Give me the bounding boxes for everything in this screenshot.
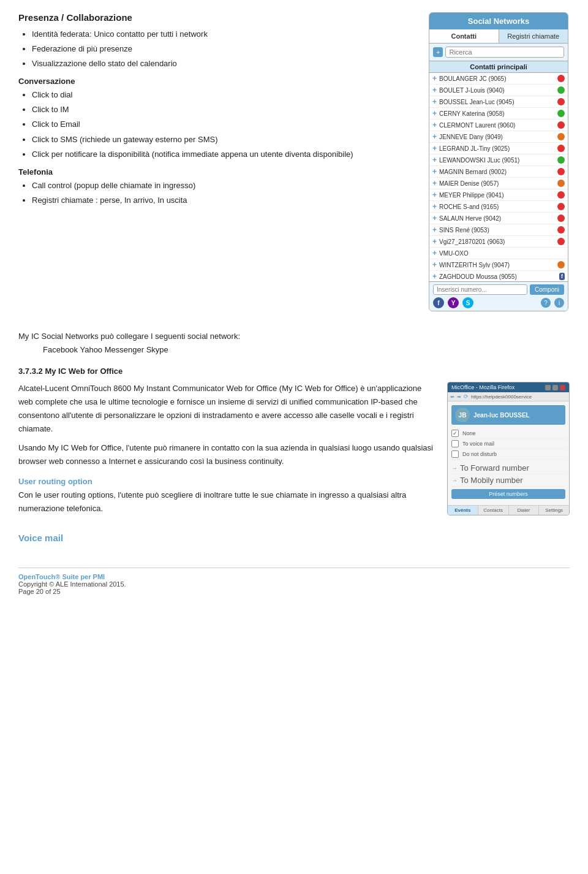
yahoo-icon[interactable]: Y — [448, 297, 459, 308]
sn-contacts-list: +BOULANGER JC (9065)+BOULET J-Louis (904… — [429, 73, 568, 281]
sn-contact-name: CERNY Katerina (9058) — [439, 110, 555, 117]
wfo-checkbox-dnd[interactable] — [451, 450, 459, 458]
sn-contact-row[interactable]: +MEYER Philippe (9041) — [429, 189, 568, 201]
page-footer: OpenTouch® Suite per PMI Copyright © ALE… — [18, 568, 570, 595]
conv-item: Click to dial — [32, 88, 417, 102]
sn-contact-plus-icon[interactable]: + — [432, 260, 437, 269]
sn-contact-plus-icon[interactable]: + — [432, 226, 437, 234]
sn-contact-row[interactable]: +JENNEVE Dany (9049) — [429, 131, 568, 143]
feature-item: Identità federata: Unico contatto per tu… — [32, 28, 417, 41]
sn-contact-row[interactable]: +BOULANGER JC (9065) — [429, 73, 568, 85]
sn-contact-row[interactable]: +LEGRAND JL-Tiny (9025) — [429, 143, 568, 154]
wfo-option-voicemail: To voice mail — [451, 439, 565, 449]
wfo-preset-button[interactable]: Préset numbers — [451, 489, 565, 499]
sn-status-dot — [557, 191, 565, 199]
sn-help-button[interactable]: ? — [541, 298, 551, 308]
sn-tab-contacts[interactable]: Contatti — [429, 29, 499, 43]
wfo-content: JB Jean-luc BOUSSEL None To voice mail D… — [448, 401, 569, 505]
wfo-label-voicemail: To voice mail — [462, 441, 565, 447]
sn-contact-row[interactable]: +ROCHE S-and (9165) — [429, 201, 568, 213]
sn-contact-name: MAGNIN Bernard (9002) — [439, 169, 555, 175]
wfo-user-header: JB Jean-luc BOUSSEL — [451, 405, 565, 425]
sn-contact-row[interactable]: +CLERMONT Laurent (9060) — [429, 120, 568, 131]
sn-tabs: Contatti Registri chiamate — [429, 29, 568, 44]
sn-status-dot — [557, 215, 565, 222]
wfo-arrow-1: → — [451, 465, 458, 471]
sn-social-icons-row: f Y S ? i — [433, 297, 564, 308]
sn-status-dot — [557, 226, 565, 234]
sn-contact-row[interactable]: +ZAGHDOUD Moussa (9055)f — [429, 271, 568, 281]
sn-contact-name: CLERMONT Laurent (9060) — [439, 122, 555, 129]
sn-contact-name: SALAUN Herve (9042) — [439, 215, 555, 222]
sn-add-button[interactable]: + — [433, 47, 443, 57]
sn-contact-row[interactable]: +SALAUN Herve (9042) — [429, 213, 568, 224]
sn-status-dot — [557, 203, 565, 210]
sn-contact-plus-icon[interactable]: + — [432, 109, 437, 118]
wfo-tab-settings[interactable]: Settings — [539, 506, 569, 515]
sn-contact-plus-icon[interactable]: + — [432, 156, 437, 164]
sn-contact-row[interactable]: +VMU-OXO — [429, 248, 568, 259]
wfo-tab-contacts[interactable]: Contacts — [478, 506, 509, 515]
wfo-checkbox-voicemail[interactable] — [451, 440, 459, 447]
sn-contact-row[interactable]: +BOUSSEL Jean-Luc (9045) — [429, 96, 568, 108]
sn-contact-plus-icon[interactable]: + — [432, 132, 437, 141]
sn-contact-row[interactable]: +SINS René (9053) — [429, 224, 568, 236]
sn-contact-name: Vgi27_21870201 (9063) — [439, 238, 555, 245]
sn-contact-plus-icon[interactable]: + — [432, 202, 437, 211]
sn-contact-plus-icon[interactable]: + — [432, 249, 437, 257]
sn-contact-row[interactable]: +LEWANDOWSKI JLuc (9051) — [429, 154, 568, 166]
sn-compose-button[interactable]: Componi — [530, 284, 564, 295]
sn-contact-row[interactable]: +MAIER Denise (9057) — [429, 178, 568, 189]
sn-tab-calls[interactable]: Registri chiamate — [499, 29, 568, 43]
sn-contact-row[interactable]: +BOULET J-Louis (9040) — [429, 85, 568, 96]
sn-status-dot — [557, 121, 565, 129]
wfo-tab-events[interactable]: Evénts — [448, 506, 478, 515]
wfo-close-btn[interactable] — [560, 385, 565, 390]
telefonia-heading: Telefonia — [18, 167, 417, 177]
sn-contact-name: WINTZERITH Sylv (9047) — [439, 262, 555, 268]
sn-contact-plus-icon[interactable]: + — [432, 237, 437, 246]
wfo-maximize-btn[interactable] — [552, 385, 558, 390]
sn-status-dot — [557, 238, 565, 245]
weboffice-widget: MicOffice - Mozilla Firefox ⬅ ➡ ⟳ https:… — [447, 382, 570, 515]
wfo-tab-dialer[interactable]: Dialer — [509, 506, 540, 515]
sn-info-button[interactable]: i — [554, 298, 564, 308]
sn-contact-plus-icon[interactable]: + — [432, 97, 437, 106]
section-title: Presenza / Collaborazione — [18, 12, 417, 23]
section-732-body1: Alcatel-Lucent OmniTouch 8600 My Instant… — [18, 382, 435, 436]
wfo-forward-row-1: → To Forward number — [451, 462, 565, 474]
sn-contact-plus-icon[interactable]: + — [432, 86, 437, 94]
sn-contact-row[interactable]: +WINTZERITH Sylv (9047) — [429, 259, 568, 271]
wfo-titlebar: MicOffice - Mozilla Firefox — [448, 382, 569, 392]
sn-contact-plus-icon[interactable]: + — [432, 167, 437, 176]
facebook-icon[interactable]: f — [433, 297, 444, 308]
sn-contact-plus-icon[interactable]: + — [432, 179, 437, 188]
sn-bottom-bar: Componi f Y S ? i — [429, 281, 568, 311]
sn-contact-plus-icon[interactable]: + — [432, 144, 437, 153]
sn-contact-plus-icon[interactable]: + — [432, 191, 437, 199]
conv-item-sms: Click to SMS (richiede un gateway estern… — [32, 133, 417, 146]
sn-contact-name: BOULET J-Louis (9040) — [439, 87, 555, 94]
sn-contact-plus-icon[interactable]: + — [432, 121, 437, 129]
sn-contact-name: BOULANGER JC (9065) — [439, 75, 555, 82]
sn-status-dot — [557, 168, 565, 175]
sn-status-dot — [557, 133, 565, 140]
sn-contact-plus-icon[interactable]: + — [432, 214, 437, 222]
sn-contact-plus-icon[interactable]: + — [432, 272, 437, 281]
user-routing-heading: User routing option — [18, 477, 435, 486]
sn-contact-row[interactable]: +CERNY Katerina (9058) — [429, 108, 568, 120]
feature-item: Visualizzazione dello stato del calendar… — [32, 57, 417, 70]
sn-contact-row[interactable]: +MAGNIN Bernard (9002) — [429, 166, 568, 178]
sn-contact-plus-icon[interactable]: + — [432, 74, 437, 83]
wfo-minimize-btn[interactable] — [545, 385, 551, 390]
sn-status-dot — [557, 98, 565, 105]
social-network-text: My IC Social Networks può collegare I se… — [18, 332, 240, 341]
wfo-checkbox-none[interactable] — [451, 430, 459, 437]
sn-contact-row[interactable]: +Vgi27_21870201 (9063) — [429, 236, 568, 248]
footer-page: Page 20 of 25 — [18, 588, 570, 595]
sn-search-input[interactable] — [445, 47, 564, 58]
conversazione-list: Click to dial Click to IM Click to Email… — [32, 88, 417, 161]
social-text-section: My IC Social Networks può collegare I se… — [18, 330, 570, 357]
skype-icon[interactable]: S — [462, 297, 473, 308]
sn-number-input[interactable] — [433, 284, 527, 295]
